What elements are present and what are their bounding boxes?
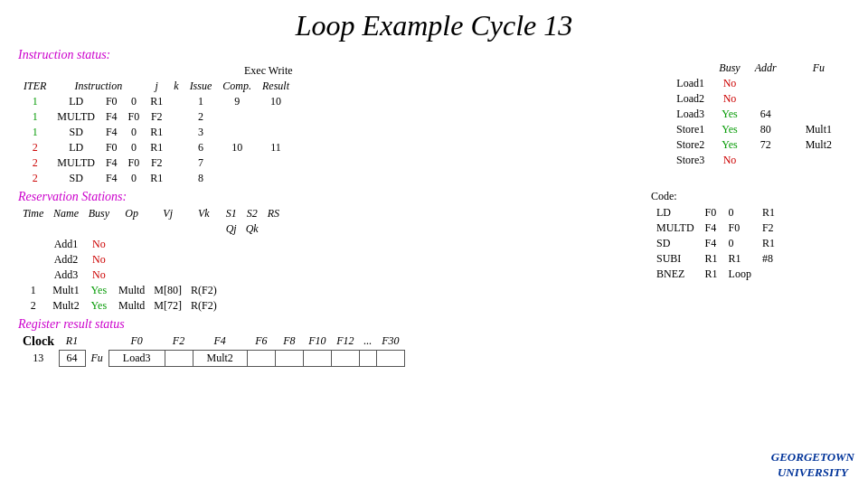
issue-val: 8 (184, 171, 218, 186)
f30-header: F30 (376, 333, 404, 350)
rs-time (18, 237, 48, 252)
issue-cell (168, 140, 184, 155)
clock-header: Clock (18, 333, 59, 350)
rs-vk (186, 252, 222, 267)
f0-header: F0 (108, 333, 165, 350)
fu-spacer (784, 137, 798, 153)
f12-header: F12 (331, 333, 359, 350)
instruction-status-label: Instruction status: (18, 48, 651, 62)
r3-cell: R1 (145, 125, 168, 140)
middle-section: Reservation Stations: Time Name Busy Op … (18, 190, 850, 314)
f6-value (247, 350, 275, 366)
r1-value: 64 (59, 350, 85, 366)
fu-label-cell: Fu (85, 350, 108, 366)
fu-col-fu: Fu (798, 61, 839, 76)
rs-busy: Yes (84, 298, 114, 314)
rs-op: Multd (114, 283, 149, 298)
comp-val (217, 155, 257, 171)
table-row: 1 MULTD F4 F0 F2 2 (18, 109, 295, 125)
code-r1: R1 (700, 251, 723, 267)
fu-busy: Yes (712, 122, 747, 137)
table-row: Store1 Yes 80 Mult1 (669, 122, 839, 137)
rs-op (114, 267, 149, 283)
table-row: 1 Mult1 Yes Multd M[80] R(F2) (18, 283, 284, 298)
r3-cell: F2 (145, 155, 168, 171)
code-op: LD (651, 205, 700, 221)
op-cell: MULTD (52, 155, 100, 171)
rs-vk (186, 237, 222, 252)
issue-val: 7 (184, 155, 218, 171)
reg-tbody: 13 64 Fu Load3 Mult2 (18, 350, 404, 366)
rs-vk: R(F2) (186, 298, 222, 314)
table-row: 2 Mult2 Yes Multd M[72] R(F2) (18, 298, 284, 314)
georgetown-line2: UNIVERSITY (778, 465, 848, 479)
rs-extra (263, 283, 284, 298)
fu-busy: Yes (712, 107, 747, 122)
code-r3 (757, 267, 780, 282)
col-k: k (168, 79, 184, 94)
code-op: BNEZ (651, 267, 700, 282)
fu-col-spacer (784, 61, 798, 76)
rs-extra (263, 298, 284, 314)
rs-col-time: Time (18, 206, 48, 221)
r1-header: R1 (59, 333, 85, 350)
rs-name: Add1 (48, 237, 83, 252)
r1-cell: F4 (100, 155, 123, 171)
table-row: Add1 No (18, 237, 284, 252)
fu-busy: No (712, 91, 747, 107)
rs-time: 2 (18, 298, 48, 314)
rs-col-s1: S1 (222, 206, 241, 221)
code-r2: Loop (723, 267, 757, 282)
table-row: 1 SD F4 0 R1 3 (18, 125, 295, 140)
r1-cell: F0 (100, 94, 123, 109)
table-row: 1 LD F0 0 R1 1 9 10 (18, 94, 295, 109)
result-val: 11 (257, 140, 295, 155)
op-cell: SD (52, 125, 100, 140)
code-r3: F2 (757, 221, 780, 236)
result-val: 10 (257, 94, 295, 109)
table-row: 2 LD F0 0 R1 6 10 11 (18, 140, 295, 155)
r1-cell: F4 (100, 109, 123, 125)
f2-value (165, 350, 193, 366)
table-row: BNEZ R1 Loop (651, 267, 780, 282)
table-row: LD F0 0 R1 (651, 205, 780, 221)
r2-cell: F0 (123, 155, 146, 171)
table-row: SUBI R1 R1 #8 (651, 251, 780, 267)
rs-qk (241, 267, 263, 283)
iter-cell: 1 (18, 125, 52, 140)
rs-col-op: Op (114, 206, 149, 221)
page: Loop Example Cycle 13 Instruction status… (0, 0, 868, 488)
rs-busy: No (84, 237, 114, 252)
op-cell: LD (52, 140, 100, 155)
fu-tbody: Load1 No Load2 No Load3 (669, 76, 839, 168)
iter-cell: 2 (18, 155, 52, 171)
rs-qk (241, 252, 263, 267)
rs-qj (222, 267, 241, 283)
fu-name: Store1 (669, 122, 712, 137)
rs-header-row: Time Name Busy Op Vj Vk S1 S2 RS (18, 206, 284, 221)
instruction-status-area: Instruction status: Exec Write ITER Inst… (18, 48, 651, 186)
rs-col-busy: Busy (84, 206, 114, 221)
iter-cell: 2 (18, 171, 52, 186)
f6-header: F6 (247, 333, 275, 350)
r2-cell: 0 (123, 140, 146, 155)
r1-cell: F4 (100, 125, 123, 140)
result-val (257, 171, 295, 186)
instr-tbody: 1 LD F0 0 R1 1 9 10 1 MULTD F4 F0 (18, 94, 295, 186)
r2-cell: F0 (123, 109, 146, 125)
reservation-stations-area: Reservation Stations: Time Name Busy Op … (18, 190, 642, 314)
clock-value: 13 (18, 350, 59, 366)
code-r3: R1 (757, 236, 780, 251)
code-r1: R1 (700, 267, 723, 282)
spacer-header (85, 333, 108, 350)
r2-cell: 0 (123, 171, 146, 186)
r3-cell: R1 (145, 140, 168, 155)
rs-sub-qk: Qk (241, 221, 263, 237)
rs-sub-qj: Qj (222, 221, 241, 237)
table-row: Store2 Yes 72 Mult2 (669, 137, 839, 153)
rs-time: 1 (18, 283, 48, 298)
issue-cell (168, 155, 184, 171)
col-instruction: Instruction (52, 79, 145, 94)
fu-fu (798, 76, 839, 91)
issue-cell (168, 171, 184, 186)
